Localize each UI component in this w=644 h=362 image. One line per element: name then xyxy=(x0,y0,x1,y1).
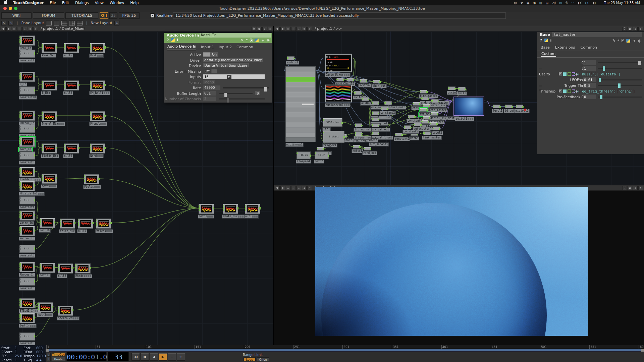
pause-button[interactable]: ▮▮ xyxy=(141,353,149,361)
rewind-button[interactable]: ◀◀ xyxy=(131,353,140,361)
tutorials-button[interactable]: TUTORIALS xyxy=(65,12,98,19)
menu-file[interactable]: File xyxy=(50,1,56,5)
unit-dropdown[interactable]: S xyxy=(255,91,260,95)
pane-split-up-icon[interactable]: ↥ xyxy=(268,27,272,31)
status-icon[interactable]: ▥ xyxy=(539,1,542,5)
beats-mode-button[interactable]: Beats xyxy=(52,357,65,361)
dialog-header[interactable]: Audio Device In Nord_In xyxy=(164,33,272,38)
tab-input2[interactable]: Input 2 xyxy=(219,45,232,50)
forward-icon[interactable]: ⇨ xyxy=(17,27,22,31)
top-right-pane-path[interactable]: / project1 / >> xyxy=(315,26,342,31)
help-icon[interactable]: ? xyxy=(540,38,542,43)
maximize-pane-icon[interactable]: ⇱ xyxy=(1,21,6,25)
menu-window[interactable]: Window xyxy=(110,1,124,5)
tab-audio-device-in[interactable]: Audio Device In xyxy=(167,44,196,50)
pane-type-dropdown-icon[interactable]: ▼ xyxy=(275,27,280,31)
param-expression[interactable]: op('null3')['duselfo'] xyxy=(574,72,620,76)
operator-name-field[interactable]: txt_master xyxy=(552,32,642,37)
slash-button[interactable]: / xyxy=(47,353,51,357)
home-icon[interactable]: ⌂ xyxy=(33,27,38,31)
status-icon[interactable]: ◍ xyxy=(514,1,517,5)
forward-icon[interactable]: ⇨ xyxy=(291,186,296,190)
tab-base[interactable]: Base xyxy=(541,45,550,50)
pane-bookmark-icon[interactable]: ▮ xyxy=(280,186,285,190)
param-slider-track[interactable] xyxy=(598,62,642,63)
status-icon[interactable]: ❖ xyxy=(520,1,523,5)
pane-window-icon[interactable]: ▣ xyxy=(628,186,632,190)
info-icon[interactable]: i xyxy=(177,38,178,42)
forum-button[interactable]: FORUM xyxy=(33,12,64,19)
help-icon[interactable]: ? xyxy=(167,38,169,42)
forward-icon[interactable]: ⇨ xyxy=(291,27,296,31)
add-bookmark-icon[interactable]: ＋ xyxy=(297,186,301,190)
value-field[interactable]: 0.1 xyxy=(203,91,216,96)
tab-input1[interactable]: Input 1 xyxy=(201,45,214,50)
toggle[interactable]: Off xyxy=(203,69,217,73)
layout-preset-hsplit[interactable] xyxy=(61,21,67,25)
status-icon[interactable]: ○‐ xyxy=(585,1,589,5)
inputs-field[interactable]: 10 xyxy=(203,74,265,79)
pane-split-up-icon[interactable]: ↥ xyxy=(638,27,643,31)
python-help-icon[interactable] xyxy=(544,39,548,42)
param-value-field[interactable]: 0 xyxy=(583,95,596,99)
range-handle-left[interactable] xyxy=(46,349,49,352)
layout-preset-vsplit[interactable] xyxy=(54,21,59,25)
param-value-field[interactable]: 0.5 xyxy=(583,83,596,88)
operator-name-field[interactable]: Nord_In xyxy=(200,33,271,38)
menu-edit[interactable]: Edit xyxy=(62,1,69,5)
top-viewer-image[interactable] xyxy=(315,187,588,336)
dropdown[interactable]: default (DirectSound/CoreAudio) xyxy=(203,58,263,62)
param-panel-header[interactable]: Base txt_master xyxy=(537,32,644,38)
status-icons[interactable]: ◍❖◉◑▥◎◁)⊞ℬ◠▮⚡○‐◧ xyxy=(514,1,599,5)
tab-common[interactable]: Common xyxy=(236,45,253,50)
comment-edit-icon[interactable]: ✎ xyxy=(240,38,244,43)
home-icon[interactable]: ⌂ xyxy=(307,186,312,190)
pane-zoom-value[interactable]: 0 xyxy=(622,186,627,190)
layout-preset-mixed[interactable] xyxy=(69,21,75,25)
param-value-field[interactable]: 1 xyxy=(583,66,596,71)
status-icon[interactable]: ⊞ xyxy=(559,1,562,5)
oi-toggle[interactable]: O|I xyxy=(100,12,108,19)
layout-preset-single[interactable] xyxy=(46,21,52,25)
step-back-button[interactable]: ◀ xyxy=(150,353,158,361)
add-bookmark-icon[interactable]: ＋ xyxy=(22,27,27,31)
layout-preset-quad[interactable] xyxy=(77,21,83,25)
pane-zoom-value[interactable]: 0 xyxy=(622,27,627,31)
slider-track[interactable] xyxy=(223,87,269,88)
menu-app[interactable]: TouchDesigner xyxy=(13,1,44,5)
value-field[interactable]: 48000 xyxy=(203,85,220,90)
step-minus-button[interactable]: - xyxy=(168,353,176,361)
add-param-icon[interactable]: ＋ xyxy=(261,38,264,43)
status-icon[interactable]: ◁) xyxy=(552,1,556,5)
status-icon[interactable]: ◧ xyxy=(593,1,596,5)
cache-size[interactable]: 25 xyxy=(109,12,117,19)
back-icon[interactable]: ⇦ xyxy=(286,27,290,31)
pane-bookmark-icon[interactable]: ▮ xyxy=(280,27,285,31)
dropdown[interactable]: Dante Virtual Soundcard xyxy=(203,63,249,67)
info-icon[interactable]: i xyxy=(550,38,551,43)
apple-icon[interactable] xyxy=(4,1,7,4)
loop-button[interactable]: Loop xyxy=(244,357,256,361)
back-icon[interactable]: ⇦ xyxy=(12,27,16,31)
new-layout-add-button[interactable]: + xyxy=(114,21,119,25)
expand-arrow-icon[interactable]: ▶ xyxy=(227,75,231,79)
target-icon[interactable]: ◎ xyxy=(266,38,270,43)
add-param-icon[interactable]: ＋ xyxy=(632,38,636,43)
play-button[interactable]: ▶ xyxy=(159,353,167,361)
target-icon[interactable]: ◎ xyxy=(638,39,641,43)
timeline-ruler[interactable]: 151101151201251301351401451501551600 xyxy=(46,345,644,349)
python-mode-icon[interactable] xyxy=(626,39,630,43)
anchor-icon[interactable]: ⚓ xyxy=(8,21,13,25)
pane-window-icon[interactable]: ▣ xyxy=(628,27,632,31)
param-slider-track[interactable] xyxy=(598,97,642,98)
comment-icon[interactable]: ❝ xyxy=(618,39,620,43)
status-icon[interactable]: ◠ xyxy=(571,1,574,5)
pane-type-dropdown-icon[interactable]: ▼ xyxy=(1,27,6,31)
pane-zoom-value[interactable]: 0 xyxy=(252,27,256,31)
param-slider-track[interactable] xyxy=(598,85,642,86)
pane-split-down-icon[interactable]: ↧ xyxy=(633,186,638,190)
pane-split-up-icon[interactable]: ↥ xyxy=(638,186,643,190)
star-icon[interactable]: ★ xyxy=(28,27,33,31)
range-handle-right[interactable] xyxy=(641,349,644,352)
menu-help[interactable]: Help xyxy=(130,1,139,5)
